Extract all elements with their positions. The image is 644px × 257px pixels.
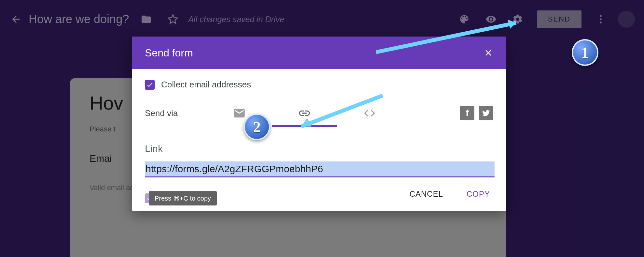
tab-embed[interactable] bbox=[337, 103, 402, 123]
annotation-badge-1: 1 bbox=[572, 39, 598, 66]
copy-button[interactable]: COPY bbox=[465, 189, 492, 199]
dialog-title: Send form bbox=[145, 47, 193, 59]
copy-tooltip: Press ⌘+C to copy bbox=[149, 191, 217, 205]
collect-email-label: Collect email addresses bbox=[161, 80, 251, 90]
close-icon[interactable] bbox=[483, 48, 493, 58]
cancel-button[interactable]: CANCEL bbox=[408, 189, 445, 199]
facebook-share-icon[interactable]: f bbox=[460, 106, 474, 120]
collect-email-checkbox[interactable] bbox=[145, 80, 155, 90]
twitter-share-icon[interactable] bbox=[479, 106, 493, 120]
link-section-label: Link bbox=[145, 143, 493, 154]
tab-link[interactable] bbox=[272, 103, 337, 123]
send-via-label: Send via bbox=[145, 108, 207, 118]
send-form-dialog: Send form Collect email addresses Send v… bbox=[132, 37, 506, 211]
link-url-input[interactable] bbox=[145, 161, 495, 177]
annotation-badge-2: 2 bbox=[244, 113, 270, 140]
